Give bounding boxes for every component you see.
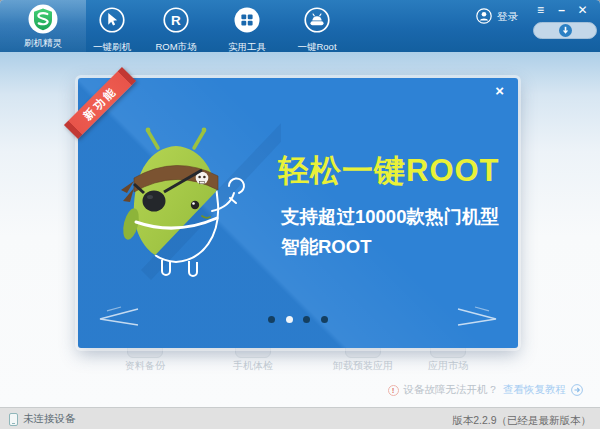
carousel-dot[interactable] <box>286 316 293 323</box>
tool-label-backup[interactable]: 资料备份 <box>125 359 165 373</box>
minimize-icon[interactable]: – <box>551 2 572 18</box>
login-button[interactable]: 登录 <box>476 8 518 25</box>
arrow-right-icon[interactable] <box>571 384 583 396</box>
modal-subtitle: 支持超过10000款热门机型 智能ROOT <box>281 202 499 262</box>
version-info: 版本2.2.9（已经是最新版本） <box>452 414 591 428</box>
connection-status: 未连接设备 <box>9 412 76 426</box>
tool-label-checkup[interactable]: 手机体检 <box>233 359 273 373</box>
user-icon <box>476 8 492 26</box>
modal-subtitle-line1: 支持超过10000款热门机型 <box>281 202 499 232</box>
grid-icon <box>233 6 261 34</box>
nav-utilities[interactable]: 实用工具 <box>215 4 279 52</box>
recovery-tutorial-link[interactable]: 查看恢复教程 <box>503 383 566 397</box>
close-icon[interactable]: ✕ <box>572 2 593 18</box>
connection-status-text: 未连接设备 <box>23 412 76 426</box>
nav-rom-market[interactable]: R ROM市场 <box>144 4 208 52</box>
nav-one-key-flash[interactable]: 一键刷机 <box>80 4 144 52</box>
tool-label-uninstall[interactable]: 卸载预装应用 <box>333 359 393 373</box>
toolbar: 刷机精灵 一键刷机 R ROM市场 <box>0 0 600 52</box>
recovery-help-bar: ! 设备故障无法开机？ 查看恢复教程 <box>388 383 584 397</box>
svg-text:R: R <box>171 13 181 28</box>
window-controls: ≡ – ✕ <box>530 2 593 18</box>
carousel-dot[interactable] <box>268 316 275 323</box>
menu-icon[interactable]: ≡ <box>530 2 551 18</box>
pirate-android-mascot <box>106 118 281 308</box>
status-bar: 未连接设备 版本2.2.9（已经是最新版本） <box>0 407 600 429</box>
app-logo-tile[interactable]: 刷机精灵 <box>0 0 86 52</box>
nav-one-key-root[interactable]: 一键Root <box>285 4 349 52</box>
phone-icon <box>9 413 18 426</box>
download-icon <box>559 24 572 37</box>
login-label: 登录 <box>497 10 518 24</box>
modal-headline: 轻松一键ROOT <box>278 150 500 192</box>
app-title: 刷机精灵 <box>0 37 86 50</box>
app-window: 刷机精灵 一键刷机 R ROM市场 <box>0 0 600 429</box>
download-manager-button[interactable] <box>533 22 597 39</box>
modal-subtitle-line2: 智能ROOT <box>281 232 499 262</box>
carousel-dots <box>78 316 518 323</box>
carousel-dot[interactable] <box>321 316 328 323</box>
warning-icon: ! <box>388 385 399 396</box>
modal-close-icon[interactable]: × <box>495 82 504 100</box>
tool-label-market[interactable]: 应用市场 <box>428 359 468 373</box>
carousel-dot[interactable] <box>303 316 310 323</box>
android-icon <box>303 6 331 34</box>
cursor-icon <box>98 6 126 34</box>
r-letter-icon: R <box>162 6 190 34</box>
recovery-question: 设备故障无法开机？ <box>404 383 499 397</box>
promo-modal: 新功能 × <box>78 78 518 348</box>
app-logo-icon <box>28 4 58 34</box>
